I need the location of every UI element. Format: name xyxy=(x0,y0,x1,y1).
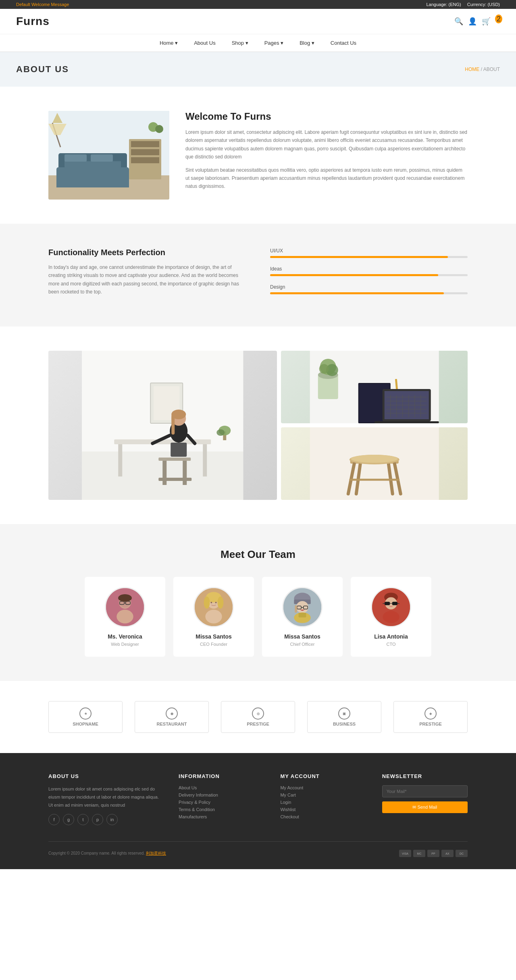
brand-1: ★ SHOPNAME xyxy=(48,701,123,733)
brand-3: ◎ PRESTIGE xyxy=(221,701,295,733)
svg-rect-5 xyxy=(131,149,159,155)
nav-about[interactable]: About Us xyxy=(192,34,217,52)
svg-line-110 xyxy=(397,603,399,604)
team-card-1: Ms. Veronica Web Designer xyxy=(85,577,165,657)
svg-rect-13 xyxy=(73,173,113,177)
team-avatar-1 xyxy=(105,587,145,627)
footer-copyright: Copyright © 2020 Company name. All right… xyxy=(48,851,166,856)
svg-rect-102 xyxy=(299,613,306,617)
svg-rect-10 xyxy=(121,157,127,175)
skill-ideas: Ideas xyxy=(270,266,468,276)
footer-link-my-cart[interactable]: My Cart xyxy=(280,793,366,797)
main-nav: Home ▾ About Us Shop ▾ Pages ▾ Blog ▾ Co… xyxy=(0,34,516,52)
footer: ABOUT US Lorem ipsum dolor sit amet cons… xyxy=(0,753,516,869)
newsletter-send-button[interactable]: ✉ Send Mail xyxy=(382,801,468,813)
svg-point-87 xyxy=(205,610,222,624)
social-linkedin[interactable]: in xyxy=(106,814,118,825)
currency-selector[interactable]: Currency: (USD) xyxy=(467,2,500,7)
brand-2: ◉ RESTAURANT xyxy=(135,701,209,733)
svg-rect-100 xyxy=(295,605,297,613)
team-title: Meet Our Team xyxy=(48,548,468,561)
team-member-1-name: Ms. Veronica xyxy=(93,633,157,640)
skill-uiux: UI/UX xyxy=(270,248,468,258)
pay-mc: MC xyxy=(413,850,425,857)
language-selector[interactable]: Language: (ENG) xyxy=(426,2,461,7)
skills-left: Functionality Meets Perfection In today'… xyxy=(48,248,246,296)
cart-badge: 2 xyxy=(495,15,502,23)
nav-blog[interactable]: Blog ▾ xyxy=(298,34,316,52)
footer-copyright-link[interactable]: 利加星科技 xyxy=(146,851,166,855)
brand-2-name: RESTAURANT xyxy=(157,722,187,726)
footer-link-terms[interactable]: Terms & Condition xyxy=(179,807,264,812)
skills-right: UI/UX Ideas Design xyxy=(270,248,468,302)
brand-1-icon: ★ xyxy=(79,707,92,720)
svg-rect-15 xyxy=(105,177,109,185)
footer-newsletter-title: NEWSLETTER xyxy=(382,773,468,779)
svg-rect-14 xyxy=(77,177,81,185)
cart-icon-wrapper[interactable]: 🛒 2 xyxy=(482,17,500,26)
footer-link-about[interactable]: About Us xyxy=(179,785,264,790)
footer-link-wishlist[interactable]: Wishlist xyxy=(280,807,366,812)
welcome-title: Welcome To Furns xyxy=(185,111,468,122)
social-facebook[interactable]: f xyxy=(48,814,60,825)
team-member-1-role: Web Designer xyxy=(93,642,157,647)
footer-account: MY ACCOUNT My Account My Cart Login Wish… xyxy=(280,773,366,825)
brands-section: ★ SHOPNAME ◉ RESTAURANT ◎ PRESTIGE ▣ BUS… xyxy=(0,681,516,753)
account-icon[interactable]: 👤 xyxy=(468,17,477,26)
header-icons: 🔍 👤 🛒 2 xyxy=(454,17,500,26)
footer-link-my-account[interactable]: My Account xyxy=(280,785,366,790)
skills-section: Functionality Meets Perfection In today'… xyxy=(0,224,516,327)
skill-design-fill xyxy=(270,292,444,294)
footer-account-title: MY ACCOUNT xyxy=(280,773,366,779)
brand-5: ◈ PRESTIGE xyxy=(393,701,468,733)
pay-amex: AX xyxy=(441,850,454,857)
logo[interactable]: Furns xyxy=(16,15,50,28)
svg-rect-21 xyxy=(111,167,114,173)
team-card-2: Missa Santos CEO Founder xyxy=(173,577,254,657)
breadcrumb-current: ABOUT xyxy=(483,67,500,72)
breadcrumb: HOME / ABOUT xyxy=(465,67,500,72)
gallery-small-1 xyxy=(281,351,468,423)
footer-social: f g t p in xyxy=(48,814,162,825)
footer-link-manufacturers[interactable]: Manufacturers xyxy=(179,814,264,819)
social-google[interactable]: g xyxy=(63,814,74,825)
svg-point-96 xyxy=(296,601,308,613)
brand-1-name: SHOPNAME xyxy=(73,722,98,726)
skills-title: Functionality Meets Perfection xyxy=(48,248,246,257)
skill-uiux-label: UI/UX xyxy=(270,248,468,254)
svg-point-84 xyxy=(118,594,132,602)
footer-link-checkout[interactable]: Checkout xyxy=(280,814,366,819)
nav-pages[interactable]: Pages ▾ xyxy=(262,34,285,52)
skill-design: Design xyxy=(270,284,468,294)
svg-point-76 xyxy=(351,455,397,463)
nav-home[interactable]: Home ▾ xyxy=(158,34,180,52)
brand-2-icon: ◉ xyxy=(166,707,178,720)
social-pinterest[interactable]: p xyxy=(92,814,103,825)
breadcrumb-home[interactable]: HOME xyxy=(465,67,479,72)
nav-shop[interactable]: Shop ▾ xyxy=(230,34,250,52)
svg-point-89 xyxy=(204,597,210,609)
top-bar: Default Welcome Message Language: (ENG) … xyxy=(0,0,516,9)
svg-line-109 xyxy=(383,603,385,604)
footer-link-privacy[interactable]: Privacy & Policy xyxy=(179,800,264,805)
svg-point-90 xyxy=(217,597,223,609)
team-member-3-role: Chief Officer xyxy=(270,642,335,647)
svg-rect-43 xyxy=(171,443,187,457)
skill-ideas-fill xyxy=(270,274,438,276)
social-twitter[interactable]: t xyxy=(77,814,89,825)
search-icon[interactable]: 🔍 xyxy=(454,17,463,26)
skill-uiux-fill xyxy=(270,256,448,258)
svg-rect-34 xyxy=(162,461,166,485)
gallery-large-image xyxy=(48,351,277,500)
footer-link-delivery[interactable]: Delivery Information xyxy=(179,793,264,797)
brand-4-name: BUSINESS xyxy=(333,722,356,726)
footer-link-login[interactable]: Login xyxy=(280,800,366,805)
skill-ideas-bar xyxy=(270,274,468,276)
footer-about-text: Lorem ipsum dolor sit amet cons adipisci… xyxy=(48,785,162,809)
team-avatar-2 xyxy=(194,587,234,627)
svg-rect-56 xyxy=(374,421,439,423)
footer-about-title: ABOUT US xyxy=(48,773,162,779)
footer-info: INFORMATION About Us Delivery Informatio… xyxy=(179,773,264,825)
newsletter-email-input[interactable] xyxy=(382,785,468,797)
nav-contact[interactable]: Contact Us xyxy=(329,34,358,52)
